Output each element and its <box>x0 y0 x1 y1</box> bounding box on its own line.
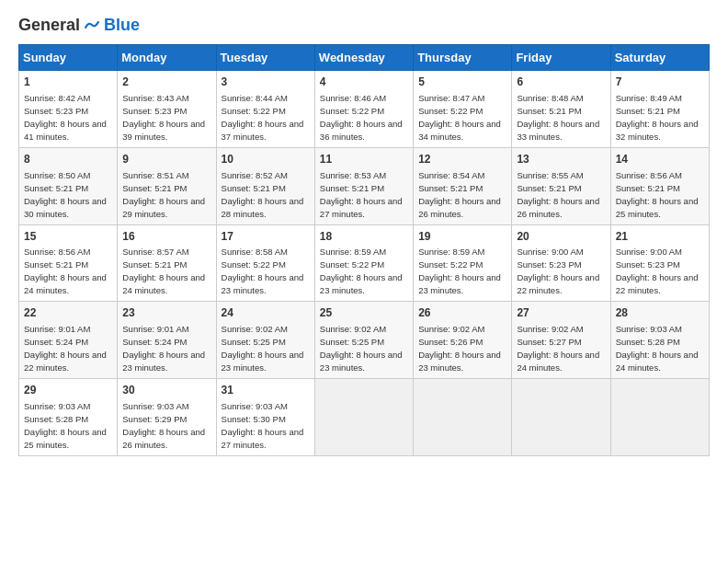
logo-blue: Blue <box>104 16 140 35</box>
day-daylight-label: Daylight: 8 hours and 30 minutes. <box>24 196 107 219</box>
day-sunrise: Sunrise: 9:02 AM <box>222 324 288 334</box>
day-daylight-label: Daylight: 8 hours and 41 minutes. <box>24 119 107 142</box>
day-daylight-label: Daylight: 8 hours and 26 minutes. <box>517 196 599 219</box>
day-sunrise: Sunrise: 8:56 AM <box>616 170 682 180</box>
day-number: 14 <box>616 152 704 167</box>
day-sunrise: Sunrise: 9:02 AM <box>517 324 583 334</box>
day-sunset: Sunset: 5:28 PM <box>24 414 88 424</box>
col-wednesday: Wednesday <box>314 45 413 71</box>
table-row: 21 Sunrise: 9:00 AM Sunset: 5:23 PM Dayl… <box>610 224 709 302</box>
day-number: 12 <box>418 152 506 167</box>
day-sunrise: Sunrise: 8:56 AM <box>24 247 90 257</box>
day-daylight-label: Daylight: 8 hours and 28 minutes. <box>222 196 304 219</box>
day-sunrise: Sunrise: 8:48 AM <box>517 93 583 103</box>
day-daylight-label: Daylight: 8 hours and 24 minutes. <box>122 272 205 295</box>
day-sunrise: Sunrise: 8:43 AM <box>122 93 188 103</box>
logo-general: General <box>18 16 80 35</box>
day-daylight-label: Daylight: 8 hours and 27 minutes. <box>222 427 304 450</box>
day-number: 3 <box>222 75 310 90</box>
day-sunrise: Sunrise: 9:03 AM <box>24 401 90 411</box>
calendar-row: 15 Sunrise: 8:56 AM Sunset: 5:21 PM Dayl… <box>19 224 710 302</box>
header-row: Sunday Monday Tuesday Wednesday Thursday… <box>19 45 710 71</box>
page-container: General Blue Sunday Monday Tuesday Wedne… <box>0 0 728 465</box>
day-sunset: Sunset: 5:21 PM <box>222 183 286 193</box>
day-sunrise: Sunrise: 8:58 AM <box>222 247 288 257</box>
day-number: 16 <box>122 229 210 245</box>
day-daylight-label: Daylight: 8 hours and 33 minutes. <box>517 119 599 142</box>
day-number: 4 <box>320 75 408 90</box>
day-sunrise: Sunrise: 8:44 AM <box>222 93 288 103</box>
day-sunrise: Sunrise: 9:01 AM <box>24 324 90 334</box>
day-sunrise: Sunrise: 8:46 AM <box>320 93 386 103</box>
table-row: 13 Sunrise: 8:55 AM Sunset: 5:21 PM Dayl… <box>512 147 610 224</box>
table-row: 19 Sunrise: 8:59 AM Sunset: 5:22 PM Dayl… <box>414 224 512 302</box>
table-row: 18 Sunrise: 8:59 AM Sunset: 5:22 PM Dayl… <box>314 224 413 302</box>
table-row: 16 Sunrise: 8:57 AM Sunset: 5:21 PM Dayl… <box>118 224 216 302</box>
table-row: 28 Sunrise: 9:03 AM Sunset: 5:28 PM Dayl… <box>610 302 709 379</box>
day-number: 26 <box>418 305 506 321</box>
day-sunset: Sunset: 5:23 PM <box>122 106 187 116</box>
day-number: 7 <box>616 75 704 90</box>
day-sunset: Sunset: 5:21 PM <box>517 183 581 193</box>
table-row: 30 Sunrise: 9:03 AM Sunset: 5:29 PM Dayl… <box>118 379 216 456</box>
day-number: 27 <box>517 305 605 321</box>
table-row: 3 Sunrise: 8:44 AM Sunset: 5:22 PM Dayli… <box>216 71 314 148</box>
table-row: 27 Sunrise: 9:02 AM Sunset: 5:27 PM Dayl… <box>512 302 610 379</box>
table-row: 8 Sunrise: 8:50 AM Sunset: 5:21 PM Dayli… <box>19 147 118 224</box>
col-tuesday: Tuesday <box>216 45 314 71</box>
table-row: 9 Sunrise: 8:51 AM Sunset: 5:21 PM Dayli… <box>118 147 216 224</box>
day-sunrise: Sunrise: 9:02 AM <box>320 324 386 334</box>
day-sunset: Sunset: 5:24 PM <box>24 337 88 347</box>
day-number: 19 <box>418 229 506 245</box>
day-sunset: Sunset: 5:23 PM <box>24 106 88 116</box>
day-number: 31 <box>222 383 310 398</box>
day-number: 13 <box>517 152 605 167</box>
day-sunrise: Sunrise: 8:42 AM <box>24 93 90 103</box>
day-number: 6 <box>517 75 605 90</box>
day-sunrise: Sunrise: 9:01 AM <box>122 324 188 334</box>
day-number: 22 <box>24 305 112 321</box>
day-daylight-label: Daylight: 8 hours and 24 minutes. <box>517 350 599 373</box>
day-daylight-label: Daylight: 8 hours and 26 minutes. <box>418 196 501 219</box>
day-sunset: Sunset: 5:25 PM <box>222 337 286 347</box>
table-row: 17 Sunrise: 8:58 AM Sunset: 5:22 PM Dayl… <box>216 224 314 302</box>
col-sunday: Sunday <box>19 45 118 71</box>
day-daylight-label: Daylight: 8 hours and 22 minutes. <box>616 272 699 295</box>
day-daylight-label: Daylight: 8 hours and 37 minutes. <box>222 119 304 142</box>
table-row: 22 Sunrise: 9:01 AM Sunset: 5:24 PM Dayl… <box>19 302 118 379</box>
table-row: 12 Sunrise: 8:54 AM Sunset: 5:21 PM Dayl… <box>414 147 512 224</box>
day-daylight-label: Daylight: 8 hours and 23 minutes. <box>122 350 205 373</box>
table-row: 29 Sunrise: 9:03 AM Sunset: 5:28 PM Dayl… <box>19 379 118 456</box>
day-number: 11 <box>320 152 408 167</box>
table-row: 14 Sunrise: 8:56 AM Sunset: 5:21 PM Dayl… <box>610 147 709 224</box>
day-sunset: Sunset: 5:28 PM <box>616 337 680 347</box>
day-number: 2 <box>122 75 210 90</box>
logo-wave-icon <box>82 15 102 35</box>
day-sunset: Sunset: 5:29 PM <box>122 414 187 424</box>
day-sunset: Sunset: 5:23 PM <box>616 259 680 270</box>
day-daylight-label: Daylight: 8 hours and 36 minutes. <box>320 119 403 142</box>
day-sunset: Sunset: 5:22 PM <box>418 259 483 270</box>
day-number: 21 <box>616 229 704 245</box>
day-sunset: Sunset: 5:21 PM <box>616 183 680 193</box>
col-saturday: Saturday <box>610 45 709 71</box>
table-row: 7 Sunrise: 8:49 AM Sunset: 5:21 PM Dayli… <box>610 71 709 148</box>
day-sunset: Sunset: 5:21 PM <box>24 183 88 193</box>
day-sunset: Sunset: 5:30 PM <box>222 414 286 424</box>
day-sunset: Sunset: 5:21 PM <box>24 259 88 270</box>
day-number: 18 <box>320 229 408 245</box>
day-sunrise: Sunrise: 8:57 AM <box>122 247 188 257</box>
day-number: 29 <box>24 383 112 398</box>
table-row <box>512 379 610 456</box>
day-daylight-label: Daylight: 8 hours and 23 minutes. <box>222 272 304 295</box>
day-number: 25 <box>320 305 408 321</box>
day-number: 1 <box>24 75 112 90</box>
day-sunset: Sunset: 5:21 PM <box>517 106 581 116</box>
day-sunset: Sunset: 5:21 PM <box>320 183 384 193</box>
day-sunrise: Sunrise: 9:02 AM <box>418 324 484 334</box>
day-daylight-label: Daylight: 8 hours and 32 minutes. <box>616 119 699 142</box>
day-sunset: Sunset: 5:21 PM <box>122 183 187 193</box>
day-number: 9 <box>122 152 210 167</box>
day-number: 5 <box>418 75 506 90</box>
day-sunrise: Sunrise: 9:03 AM <box>616 324 682 334</box>
